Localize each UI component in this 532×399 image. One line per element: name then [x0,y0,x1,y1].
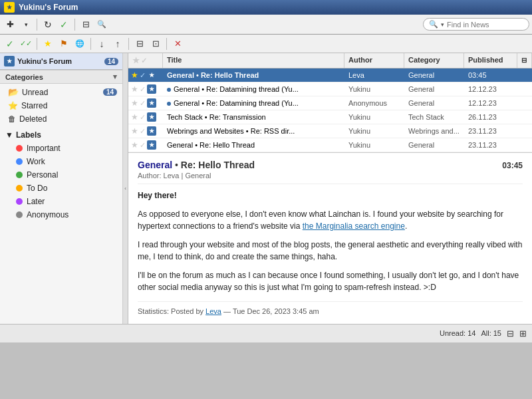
row2-flag[interactable]: ✓ [140,85,146,94]
row3-flag[interactable]: ✓ [140,99,146,108]
filter-button[interactable]: ⊟ [78,17,93,32]
label-anonymous[interactable]: Anonymous [0,208,122,221]
status-bar: Unread: 14 All: 15 ⊟ ⊞ [0,324,532,342]
row3-feed: ★ [147,98,156,108]
open-web-button[interactable]: 🌐 [72,37,87,51]
row2-feed: ★ [147,84,156,94]
row3-title[interactable]: General • Re: Datamining thread (Yu... [163,96,344,110]
title-bar: ★ Yukinu's Forum [0,0,532,15]
label-todo[interactable]: To Do [0,182,122,195]
row1-title[interactable]: General • Re: Hello Thread [163,68,344,82]
status-icon-2[interactable]: ⊞ [519,329,527,338]
body-para-1: Hey there! [138,190,523,201]
row6-icons: ★ ✓ ★ [128,140,163,150]
row6-star[interactable]: ★ [131,140,138,150]
col-header-author[interactable]: Author [344,53,404,68]
sidebar: ★ Yukinu's Forum 14 Categories ▾ 📂 Unrea… [0,53,123,324]
next-button[interactable]: ↑ [110,37,125,51]
table-row[interactable]: ★ ✓ ★ General • Re: Hello Thread Yukinu … [128,138,532,152]
prev-button[interactable]: ↓ [94,37,109,51]
table-row[interactable]: ★ ✓ ★ General • Re: Hello Thread Leva Ge… [128,68,532,82]
column-headers: ★ ✓ Title Author Category Published ⊟ [128,53,532,68]
mark-button[interactable]: ✓ [57,17,71,32]
app-icon: ★ [4,2,15,13]
cat-deleted[interactable]: 🗑 Deleted [0,112,122,126]
label-work[interactable]: Work [0,155,122,168]
row4-icons: ★ ✓ ★ [128,112,163,122]
table-row[interactable]: ★ ✓ ★ Tech Stack • Re: Transmission Yuki… [128,110,532,124]
important-dot [16,145,23,152]
anonymous-dot [16,211,23,218]
categories-chevron[interactable]: ▾ [113,72,117,81]
row5-feed: ★ [147,126,156,136]
col-header-title[interactable]: Title [163,53,344,68]
col-author-label: Author [348,56,372,64]
row4-title[interactable]: Tech Stack • Re: Transmission [163,110,344,124]
row5-flag[interactable]: ✓ [140,127,146,136]
col-header-icons[interactable]: ★ ✓ [128,53,163,68]
search-box: 🔍 ▾ [423,18,529,31]
preview-author-label: Author: Leva | General [138,172,211,180]
dropdown-button[interactable]: ▾ [19,17,33,32]
row6-flag[interactable]: ✓ [140,141,146,150]
work-dot [16,158,23,165]
table-row[interactable]: ★ ✓ ★ General • Re: Datamining thread (Y… [128,82,532,96]
row5-title[interactable]: Webrings and Websites • Re: RSS dir... [163,124,344,138]
row1-star[interactable]: ★ [131,70,138,80]
preview-meta: Author: Leva | General [138,172,523,180]
row1-author: Leva [344,68,404,82]
download-button[interactable]: ⊡ [148,37,163,51]
refresh-button[interactable]: ↻ [41,17,55,32]
deleted-icon: 🗑 [8,114,16,124]
col-title-label: Title [167,56,182,64]
search-dropdown[interactable]: ▾ [441,21,444,28]
search-button[interactable]: 🔍 [94,17,109,32]
filter2-button[interactable]: ⊟ [132,37,147,51]
account-item[interactable]: ★ Yukinu's Forum 14 [0,53,122,70]
cat-unread[interactable]: 📂 Unread 14 [0,85,122,99]
row6-title[interactable]: General • Re: Hello Thread [163,138,344,152]
col-header-extra[interactable]: ⊟ [517,53,532,68]
label-personal[interactable]: Personal [0,168,122,182]
star-button[interactable]: ★ [41,37,55,51]
row3-category: General [404,96,464,110]
row2-star[interactable]: ★ [131,84,138,94]
search-icon: 🔍 [429,20,438,29]
row5-star[interactable]: ★ [131,126,138,136]
preview-author: Leva [164,172,180,180]
flag-button[interactable]: ⚑ [57,37,71,51]
table-row[interactable]: ★ ✓ ★ Webrings and Websites • Re: RSS di… [128,124,532,138]
add-button[interactable]: ✚ [3,17,17,32]
sidebar-collapse-handle[interactable]: ‹ [123,53,128,324]
table-row[interactable]: ★ ✓ ★ General • Re: Datamining thread (Y… [128,96,532,110]
search-input[interactable] [447,21,527,29]
col-header-published[interactable]: Published [464,53,517,68]
label-later[interactable]: Later [0,195,122,208]
label-todo-name: To Do [27,184,47,193]
row1-feed: ★ [147,70,156,80]
label-work-name: Work [27,157,45,166]
row4-flag[interactable]: ✓ [140,113,146,122]
labels-header[interactable]: ▼ Labels [0,128,122,142]
row1-flag[interactable]: ✓ [140,71,146,80]
labels-section: ▼ Labels Important Work Personal T [0,128,122,221]
message-list: ★ ✓ Title Author Category Published ⊟ [128,53,532,153]
footer-author-link[interactable]: Leva [205,307,221,315]
preview-sep: • [172,160,181,170]
right-panel: ★ ✓ Title Author Category Published ⊟ [128,53,532,324]
row2-title[interactable]: General • Re: Datamining thread (Yu... [163,82,344,96]
row4-star[interactable]: ★ [131,112,138,122]
todo-dot [16,185,23,192]
mark-read-button[interactable]: ✓ [3,37,17,51]
col-header-category[interactable]: Category [404,53,464,68]
mark-all-read-button[interactable]: ✓✓ [19,37,33,51]
label-personal-name: Personal [27,170,58,180]
marginalia-link[interactable]: the Marginalia search engine [303,221,405,231]
delete-button[interactable]: ✕ [170,37,185,51]
row3-star[interactable]: ★ [131,98,138,108]
label-important[interactable]: Important [0,142,122,155]
row1-icons: ★ ✓ ★ [128,70,163,80]
cat-starred[interactable]: ⭐ Starred [0,99,122,112]
preview-subject-bold: General [138,160,172,170]
status-icon-1[interactable]: ⊟ [507,329,514,338]
